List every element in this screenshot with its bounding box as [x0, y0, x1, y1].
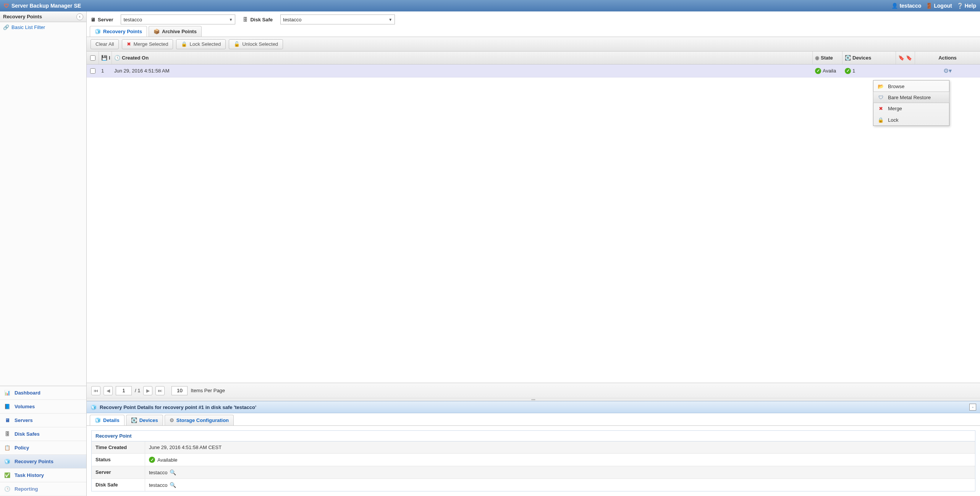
- detail-row-disksafe: Disk Safe testacco🔍: [92, 479, 975, 491]
- detail-row-status: Status ✓Available: [92, 454, 975, 466]
- main-tabs: 🧊Recovery Points 📦Archive Points: [87, 26, 980, 37]
- flag1-icon: 🔖: [898, 55, 904, 61]
- help-icon: ❔: [957, 3, 963, 9]
- select-all-checkbox[interactable]: [90, 55, 95, 61]
- nav-recovery-points[interactable]: 🧊Recovery Points: [0, 455, 86, 469]
- merge-selected-button[interactable]: ✖Merge Selected: [122, 39, 173, 49]
- clock-icon: 🕓: [114, 55, 120, 61]
- server-filter-label: 🖥Server: [91, 17, 113, 23]
- chevron-down-icon: ▼: [388, 18, 392, 22]
- user-icon: 👤: [891, 3, 898, 9]
- tab-recovery-points[interactable]: 🧊Recovery Points: [90, 26, 147, 37]
- context-bare-metal-restore[interactable]: 🛡Bare Metal Restore: [873, 92, 949, 103]
- state-icon: ◉: [815, 55, 819, 61]
- col-devices[interactable]: Devices: [852, 55, 871, 61]
- merge-icon: ✖: [877, 106, 884, 111]
- nav-volumes[interactable]: 📘Volumes: [0, 400, 86, 414]
- col-actions: Actions: [938, 55, 957, 61]
- nav-disksafes[interactable]: 🗄Disk Safes: [0, 427, 86, 441]
- page-total: / 1: [135, 388, 140, 393]
- tab-devices[interactable]: 💽Devices: [126, 415, 163, 425]
- context-browse[interactable]: 📂Browse: [873, 81, 949, 92]
- restore-icon: 🛡: [877, 95, 884, 100]
- lock-icon: 🔒: [181, 41, 187, 47]
- items-per-page-input[interactable]: [171, 386, 188, 395]
- collapse-sidebar-button[interactable]: ‹: [76, 13, 83, 20]
- grid-header: 💾I 🕓Created On ◉State 💽Devices 🔖🔖 Action…: [87, 52, 980, 64]
- app-title: Server Backup Manager SE: [11, 3, 81, 9]
- unlock-selected-button[interactable]: 🔓Unlock Selected: [229, 39, 283, 49]
- gear-icon: ⚙: [170, 417, 174, 423]
- magnifier-icon[interactable]: 🔍: [170, 482, 176, 488]
- disksafe-small-icon: 🗄: [243, 17, 248, 23]
- row-select-checkbox[interactable]: [90, 68, 95, 74]
- row-state: Availa: [823, 68, 836, 74]
- help-link[interactable]: ❔Help: [957, 3, 976, 9]
- grid-body: 1 Jun 29, 2016 4:51:58 AM ✓Availa ✓1 ⚙▾: [87, 64, 980, 383]
- row-actions-gear-icon[interactable]: ⚙▾: [943, 67, 952, 74]
- user-link[interactable]: 👤testacco: [891, 3, 921, 9]
- filter-bar: 🖥Server testacco▼ 🗄Disk Safe testacco▼: [87, 11, 980, 26]
- details-panel-title: 🧊 Recovery Point Details for recovery po…: [87, 401, 980, 413]
- prev-page-button[interactable]: ◀: [103, 386, 113, 395]
- col-state[interactable]: State: [821, 55, 833, 61]
- nav-reporting[interactable]: 🕒Reporting: [0, 482, 86, 496]
- safe-icon: 🗄: [3, 430, 11, 438]
- tab-archive-points[interactable]: 📦Archive Points: [149, 26, 202, 37]
- clipboard-icon: 📋: [3, 444, 11, 452]
- nav-policy[interactable]: 📋Policy: [0, 441, 86, 455]
- lock-selected-button[interactable]: 🔒Lock Selected: [176, 39, 226, 49]
- col-created[interactable]: Created On: [122, 55, 149, 61]
- checklist-icon: ✅: [3, 471, 11, 480]
- context-lock[interactable]: 🔒Lock: [873, 114, 949, 126]
- row-devices: 1: [852, 68, 855, 74]
- first-page-button[interactable]: ⏮: [91, 386, 100, 395]
- nav-task-history[interactable]: ✅Task History: [0, 469, 86, 482]
- sidebar: Recovery Points ‹ 🔗 Basic List Filter 📊D…: [0, 11, 87, 496]
- server-small-icon: 🖥: [91, 17, 95, 23]
- pager: ⏮ ◀ / 1 ▶ ⏭ Items Per Page: [87, 383, 980, 398]
- detail-tabs: 🧊Details 💽Devices ⚙Storage Configuration: [87, 413, 980, 426]
- gauge-icon: 📊: [3, 389, 11, 397]
- server-filter-combo[interactable]: testacco▼: [121, 14, 235, 24]
- grid-row[interactable]: 1 Jun 29, 2016 4:51:58 AM ✓Availa ✓1 ⚙▾: [87, 64, 980, 77]
- detail-row-server: Server testacco🔍: [92, 466, 975, 479]
- page-input[interactable]: [116, 386, 132, 395]
- cube-icon: 🧊: [95, 417, 101, 423]
- chevron-down-icon: ▼: [229, 18, 233, 22]
- clear-all-button[interactable]: Clear All: [91, 39, 119, 49]
- sidebar-nav: 📊Dashboard 📘Volumes 🖥Servers 🗄Disk Safes…: [0, 386, 86, 496]
- next-page-button[interactable]: ▶: [143, 386, 152, 395]
- sidebar-header: Recovery Points ‹: [0, 11, 86, 22]
- tab-storage-config[interactable]: ⚙Storage Configuration: [165, 415, 234, 425]
- logout-link[interactable]: 🚪Logout: [926, 3, 952, 9]
- row-created: Jun 29, 2016 4:51:58 AM: [114, 68, 170, 74]
- devices-icon: 💽: [131, 417, 137, 423]
- merge-icon: ✖: [127, 41, 131, 47]
- server-icon: 🖥: [3, 416, 11, 425]
- nav-servers[interactable]: 🖥Servers: [0, 414, 86, 427]
- row-index: 1: [101, 68, 104, 74]
- disksafe-filter-combo[interactable]: testacco▼: [280, 14, 395, 24]
- app-header: 🛡 Server Backup Manager SE 👤testacco 🚪Lo…: [0, 0, 980, 11]
- flag2-icon: 🔖: [906, 55, 912, 61]
- basic-list-filter-link[interactable]: 🔗 Basic List Filter: [0, 22, 86, 32]
- browse-icon: 📂: [877, 84, 884, 89]
- sidebar-title: Recovery Points: [3, 14, 42, 19]
- magnifier-icon[interactable]: 🔍: [170, 469, 176, 475]
- context-merge[interactable]: ✖Merge: [873, 103, 949, 114]
- cubes-icon: 🧊: [3, 457, 11, 466]
- minimize-panel-button[interactable]: ▫: [969, 404, 976, 411]
- nav-dashboard[interactable]: 📊Dashboard: [0, 386, 86, 400]
- archive-icon: 📦: [154, 29, 160, 34]
- devices-icon: 💽: [845, 55, 851, 61]
- check-icon: ✓: [815, 68, 821, 74]
- tab-details[interactable]: 🧊Details: [90, 415, 125, 425]
- splitter-handle[interactable]: •••: [87, 398, 980, 401]
- check-icon: ✓: [149, 457, 155, 463]
- toolbar: Clear All ✖Merge Selected 🔒Lock Selected…: [87, 37, 980, 52]
- last-page-button[interactable]: ⏭: [155, 386, 165, 395]
- disksafe-filter-label: 🗄Disk Safe: [243, 17, 273, 23]
- book-icon: 📘: [3, 403, 11, 411]
- cube-icon: 🧊: [91, 404, 97, 410]
